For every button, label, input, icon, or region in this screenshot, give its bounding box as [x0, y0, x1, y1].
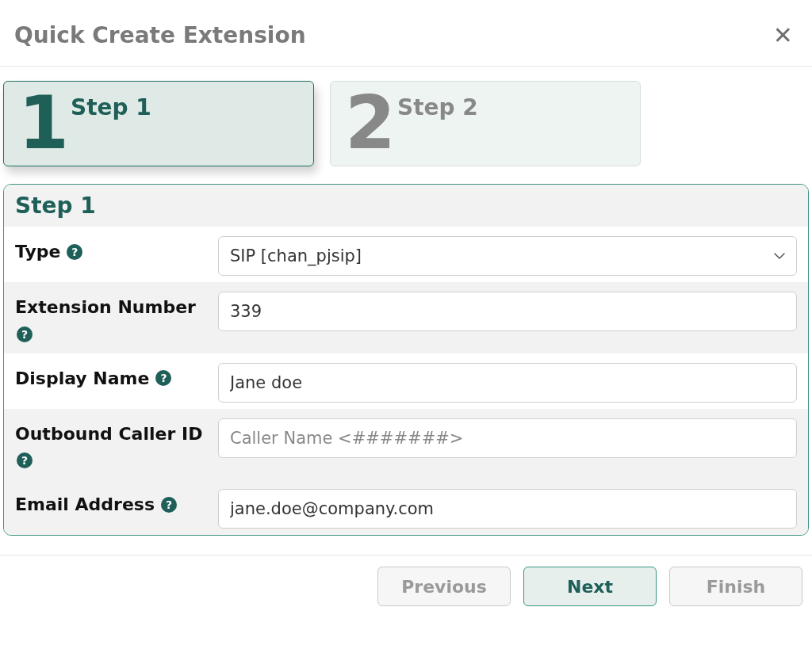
help-icon[interactable]: ?	[155, 370, 171, 386]
help-icon[interactable]: ?	[161, 497, 177, 513]
label-col: Type ?	[15, 233, 218, 268]
email-input[interactable]	[218, 489, 797, 529]
extension-label: Extension Number	[15, 296, 196, 319]
finish-button[interactable]: Finish	[669, 567, 802, 606]
help-icon[interactable]: ?	[67, 244, 82, 260]
wizard-steps: 1 Step 1 2 Step 2	[0, 67, 812, 179]
field-col	[218, 360, 797, 403]
row-email: Email Address ?	[4, 479, 808, 535]
extension-input[interactable]	[218, 292, 797, 331]
next-button[interactable]: Next	[523, 567, 657, 606]
step-panel: Step 1 Type ? SIP [chan_pjsip] Extension…	[3, 184, 809, 536]
type-select-wrap: SIP [chan_pjsip]	[218, 236, 797, 276]
field-col: SIP [chan_pjsip]	[218, 233, 797, 276]
wizard-footer: Previous Next Finish	[0, 555, 812, 606]
label-col: Display Name ?	[15, 360, 218, 395]
label-col: Extension Number ?	[15, 288, 218, 347]
outbound-cid-input[interactable]	[218, 418, 797, 458]
label-col: Email Address ?	[15, 486, 218, 521]
modal-title: Quick Create Extension	[14, 22, 306, 48]
help-icon[interactable]: ?	[17, 452, 33, 468]
step-tab-1[interactable]: 1 Step 1	[3, 81, 314, 166]
row-display-name: Display Name ?	[4, 353, 808, 409]
row-outbound-cid: Outbound Caller ID ?	[4, 409, 808, 480]
step-label: Step 2	[397, 82, 478, 120]
row-extension: Extension Number ?	[4, 282, 808, 353]
type-select[interactable]: SIP [chan_pjsip]	[218, 236, 797, 276]
help-icon[interactable]: ?	[17, 326, 33, 342]
row-type: Type ? SIP [chan_pjsip]	[4, 227, 808, 282]
field-col	[218, 415, 797, 458]
outbound-cid-label: Outbound Caller ID	[15, 423, 202, 445]
previous-button[interactable]: Previous	[377, 567, 511, 606]
step-number: 1	[18, 94, 66, 153]
step-number: 2	[345, 94, 393, 153]
step-tab-2[interactable]: 2 Step 2	[330, 81, 641, 166]
field-col	[218, 288, 797, 331]
display-name-input[interactable]	[218, 363, 797, 403]
label-col: Outbound Caller ID ?	[15, 415, 218, 474]
panel-title: Step 1	[4, 185, 808, 227]
modal-header: Quick Create Extension ✕	[0, 0, 812, 67]
field-col	[218, 486, 797, 529]
type-label: Type	[15, 241, 60, 263]
close-icon[interactable]: ✕	[768, 24, 798, 48]
display-name-label: Display Name	[15, 368, 149, 390]
email-label: Email Address	[15, 494, 155, 516]
step-label: Step 1	[71, 82, 151, 120]
